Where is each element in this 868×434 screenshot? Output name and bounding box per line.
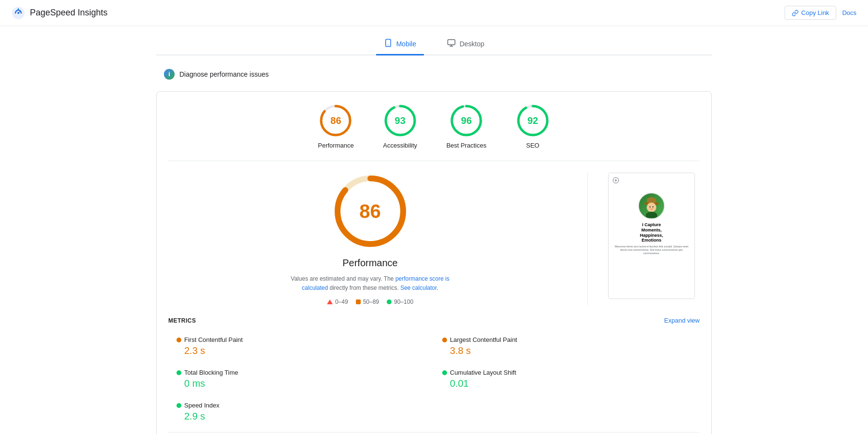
mobile-icon [384, 39, 393, 49]
expand-view-button[interactable]: Expand view [664, 317, 700, 324]
metric-lcp-dot [442, 338, 447, 342]
main-content: Mobile Desktop i Diagnose performance is… [145, 26, 723, 434]
fake-avatar-container [638, 192, 665, 219]
metric-fcp-name: First Contentful Paint [176, 336, 426, 343]
header-right: Copy Link Docs [785, 6, 856, 20]
screenshot-image: I CaptureMoments,Happiness,Emotions Maec… [609, 173, 694, 298]
legend-good-dot [387, 299, 392, 304]
score-item-performance[interactable]: 86 Performance [318, 103, 353, 149]
performance-description: Values are estimated and may vary. The p… [279, 274, 462, 293]
svg-point-20 [647, 203, 656, 212]
copy-link-label: Copy Link [801, 9, 829, 16]
legend-triangle-icon [327, 299, 333, 304]
legend-fail-label: 0–49 [335, 298, 348, 305]
svg-text:i: i [168, 70, 170, 78]
score-item-seo[interactable]: 92 SEO [515, 103, 550, 149]
screenshot-expand-button[interactable] [611, 176, 620, 185]
metric-cls-name: Cumulative Layout Shift [442, 369, 692, 376]
big-score-circle: 86 [332, 173, 409, 250]
metric-cls: Cumulative Layout Shift 0.01 [434, 363, 700, 395]
calculator-link[interactable]: See calculator. [400, 285, 438, 291]
svg-point-1 [17, 12, 19, 14]
performance-section: 86 Performance Values are estimated and … [168, 173, 700, 305]
results-card: 86 Performance 93 Accessibility [156, 91, 712, 434]
header-left: PageSpeed Insights [12, 6, 108, 20]
metric-tbt-name: Total Blocking Time [176, 369, 426, 376]
pagespeed-logo-icon [12, 6, 25, 20]
performance-title: Performance [342, 258, 398, 269]
legend-average: 50–89 [356, 298, 379, 305]
metric-si-value: 2.9 s [176, 411, 426, 422]
metric-tbt-value: 0 ms [176, 378, 426, 389]
performance-left: 86 Performance Values are estimated and … [168, 173, 572, 305]
score-value-performance: 86 [330, 115, 341, 126]
big-score-value: 86 [359, 201, 381, 222]
score-label-performance: Performance [318, 142, 353, 149]
metric-fcp-dot [176, 338, 181, 342]
metric-si-dot [176, 403, 181, 408]
score-item-accessibility[interactable]: 93 Accessibility [383, 103, 418, 149]
svg-point-3 [388, 45, 389, 46]
metric-fcp-value: 2.3 s [176, 345, 426, 356]
legend-average-dot [356, 299, 361, 304]
score-value-best-practices: 96 [461, 115, 472, 126]
metric-si: Speed Index 2.9 s [168, 395, 434, 428]
expand-icon [612, 177, 619, 184]
metric-cls-value: 0.01 [442, 378, 692, 389]
metric-lcp-value: 3.8 s [442, 345, 692, 356]
link-icon [792, 10, 799, 16]
perf-divider [587, 173, 588, 305]
score-item-best-practices[interactable]: 96 Best Practices [447, 103, 487, 149]
metric-tbt: Total Blocking Time 0 ms [168, 363, 434, 395]
tab-mobile-label: Mobile [396, 40, 416, 48]
copy-link-button[interactable]: Copy Link [785, 6, 837, 20]
metrics-grid: First Contentful Paint 2.3 s Largest Con… [168, 330, 700, 428]
fake-avatar [638, 192, 665, 219]
diagnose-icon: i [164, 69, 175, 80]
svg-point-22 [650, 206, 651, 207]
metric-fcp: First Contentful Paint 2.3 s [168, 330, 434, 363]
perf-desc-middle: directly from these metrics. [329, 285, 398, 291]
app-title: PageSpeed Insights [30, 8, 108, 18]
tab-desktop[interactable]: Desktop [439, 34, 492, 55]
docs-button[interactable]: Docs [842, 9, 856, 16]
metric-cls-dot [442, 370, 447, 375]
fake-body-text: Maecenas fames arcu lacinia et faucibus … [613, 245, 690, 255]
diagnose-banner: i Diagnose performance issues [156, 65, 712, 83]
svg-point-21 [646, 212, 657, 218]
metric-lcp-name: Largest Contentful Paint [442, 336, 692, 343]
header: PageSpeed Insights Copy Link Docs [0, 0, 868, 26]
diagnose-text: Diagnose performance issues [179, 70, 269, 78]
metric-si-name: Speed Index [176, 402, 426, 409]
score-circle-accessibility: 93 [383, 103, 418, 138]
tab-mobile[interactable]: Mobile [376, 34, 424, 55]
performance-right: I CaptureMoments,Happiness,Emotions Maec… [603, 173, 700, 299]
svg-rect-4 [448, 40, 455, 45]
desktop-icon [447, 39, 456, 49]
fake-webpage: I CaptureMoments,Happiness,Emotions Maec… [609, 173, 694, 298]
fake-headline: I CaptureMoments,Happiness,Emotions [640, 222, 663, 243]
score-circle-best-practices: 96 [449, 103, 484, 138]
score-legend: 0–49 50–89 90–100 [327, 298, 413, 305]
results-footer: Captured at Jul 15, 2024, 11:38 AM GMT+5… [168, 432, 700, 434]
legend-good: 90–100 [387, 298, 413, 305]
metrics-header: METRICS Expand view [168, 317, 700, 324]
metrics-title: METRICS [168, 317, 196, 324]
legend-good-label: 90–100 [394, 298, 413, 305]
score-label-accessibility: Accessibility [383, 142, 417, 149]
metric-lcp: Largest Contentful Paint 3.8 s [434, 330, 700, 363]
device-tabs: Mobile Desktop [156, 34, 712, 55]
perf-desc-prefix: Values are estimated and may vary. The [291, 275, 393, 282]
screenshot-thumbnail: I CaptureMoments,Happiness,Emotions Maec… [608, 173, 695, 299]
avatar-svg [639, 194, 664, 218]
score-circle-performance: 86 [318, 103, 353, 138]
score-circle-seo: 92 [515, 103, 550, 138]
legend-fail: 0–49 [327, 298, 348, 305]
metric-tbt-dot [176, 370, 181, 375]
scores-row: 86 Performance 93 Accessibility [168, 103, 700, 161]
tab-desktop-label: Desktop [460, 40, 484, 48]
svg-point-23 [652, 206, 653, 207]
score-label-seo: SEO [526, 142, 539, 149]
score-value-accessibility: 93 [395, 115, 406, 126]
legend-average-label: 50–89 [363, 298, 379, 305]
